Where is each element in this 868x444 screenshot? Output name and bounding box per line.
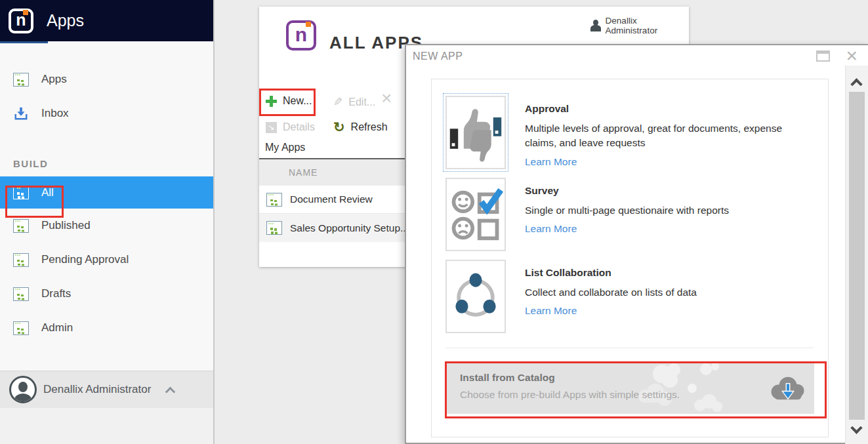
sidebar-item-all[interactable]: All [0,176,213,209]
details-arrow-icon: ↘ [266,122,277,133]
close-icon[interactable]: × [846,44,858,68]
apps-window-icon [13,73,29,87]
refresh-button[interactable]: ↻ Refresh [333,120,388,134]
connected-circles-icon[interactable] [445,260,506,333]
person-icon [590,20,601,31]
template-name: List Collaboration [525,267,697,279]
apps-window-icon [13,287,29,301]
template-description: Collect and collaborate on lists of data [525,285,697,300]
name-column-header: NAME [289,167,318,178]
template-name: Approval [525,103,814,115]
catalog-title: Install from Catalog [460,372,555,384]
logo-letter: n [295,25,307,45]
inbox-download-icon [13,106,29,121]
template-description: Single or multi-page questionaire with r… [525,203,729,218]
catalog-subtitle: Choose from pre-build Apps with simple s… [460,389,680,401]
logo-orange-dot-icon [306,22,311,27]
chevron-up-icon [165,386,176,397]
apps-window-icon [13,186,29,199]
sidebar-item-drafts[interactable]: Drafts [0,277,213,311]
nintex-logo-purple-icon: n [286,20,316,50]
sidebar-item-inbox[interactable]: Inbox [0,96,213,131]
sidebar-item-label: Pending Approval [41,253,129,266]
cloud-decoration-icon [636,362,780,414]
scroll-down-icon[interactable] [850,422,862,434]
template-text: Approval Multiple levels of approval, gr… [525,96,814,169]
install-from-catalog-banner[interactable]: Install from Catalog Choose from pre-bui… [445,362,814,414]
sidebar-item-label: Published [41,219,91,232]
user-name: Denallix Administrator [43,383,151,396]
sidebar-item-label: Inbox [41,107,69,120]
list-collaboration-graphic [447,261,505,332]
new-app-dialog: NEW APP × [405,44,868,444]
survey-faces-checkbox-icon[interactable] [445,178,506,251]
sidebar: n Apps Apps Inbox BUILD Al [0,0,215,444]
dialog-title: NEW APP [413,50,463,62]
details-button-label: Details [283,121,315,133]
approval-graphic [447,97,505,168]
cloud-download-icon [768,374,808,402]
scroll-up-icon[interactable] [850,78,862,90]
sidebar-item-admin[interactable]: Admin [0,311,213,345]
sidebar-item-label: Admin [41,321,73,334]
details-button[interactable]: ↘ Details [266,121,315,133]
app-window-icon [266,221,282,235]
sidebar-item-label: All [41,186,54,199]
sidebar-item-label: Drafts [41,287,71,300]
build-section-label: BUILD [0,158,213,169]
app-title: Apps [47,11,84,30]
survey-graphic [447,179,505,250]
header-user-chip[interactable]: Denallix Administrator [590,16,689,35]
app-name: Sales Opportunity Setup... [290,222,409,234]
template-item-list-collaboration[interactable]: List Collaboration Collect and collabora… [445,260,814,333]
learn-more-link[interactable]: Learn More [525,156,814,168]
edit-button[interactable]: ✎ Edit... [333,95,375,109]
sidebar-item-label: Apps [41,73,67,86]
user-menu[interactable]: Denallix Administrator [0,371,213,408]
edit-button-label: Edit... [348,96,375,108]
sidebar-item-published[interactable]: Published [0,209,213,243]
sidebar-app-header: n Apps [0,0,213,41]
template-name: Survey [525,185,729,197]
template-text: List Collaboration Collect and collabora… [525,260,697,333]
learn-more-link[interactable]: Learn More [525,223,729,235]
template-text: Survey Single or multi-page questionaire… [525,178,729,251]
user-avatar [9,376,37,403]
nintex-logo-icon: n [9,9,33,33]
header-user-name: Denallix Administrator [606,16,689,35]
logo-underline-accent [0,41,48,43]
screen: n Apps Apps Inbox BUILD Al [0,0,868,444]
template-description: Multiple levels of approval, great for d… [525,121,814,151]
new-button[interactable]: New... [266,95,312,107]
template-item-survey[interactable]: Survey Single or multi-page questionaire… [445,178,814,251]
refresh-button-label: Refresh [351,121,388,133]
apps-window-icon [13,253,29,267]
pencil-icon: ✎ [333,95,342,109]
template-item-approval[interactable]: Approval Multiple levels of approval, gr… [445,96,814,169]
apps-window-icon [13,321,29,335]
close-x-icon: × [381,88,392,108]
learn-more-link[interactable]: Learn More [525,305,697,317]
thumbs-up-down-icon[interactable] [445,96,506,169]
logo-orange-dot-icon [23,10,28,15]
refresh-icon: ↻ [333,120,345,134]
vertical-scrollbar[interactable] [845,66,868,444]
plus-icon [266,96,277,107]
app-name: Document Review [290,193,373,205]
sidebar-item-pending-approval[interactable]: Pending Approval [0,243,213,277]
apps-window-icon [13,219,29,233]
sidebar-item-apps[interactable]: Apps [0,62,213,96]
template-list-panel: Approval Multiple levels of approval, gr… [431,79,829,437]
new-button-label: New... [283,95,312,107]
sidebar-nav: Apps Inbox BUILD All Published [0,41,213,345]
sidebar-footer [0,408,213,444]
delete-button[interactable]: × [381,89,392,108]
tab-my-apps[interactable]: My Apps [265,142,305,153]
app-window-icon [266,193,282,207]
divider [445,348,814,348]
scrollbar-thumb[interactable] [849,92,865,420]
maximize-icon[interactable] [816,50,830,62]
